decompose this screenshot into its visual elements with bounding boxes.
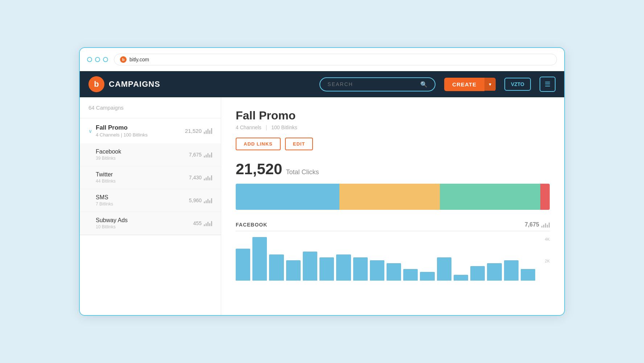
campaign-item-fall-promo: ∨ Fall Promo 4 Channels | 100 Bitlinks 2… — [80, 118, 221, 235]
chart-bar — [370, 260, 384, 281]
channel-info: Subway Ads 10 Bitlinks — [96, 217, 193, 229]
create-button[interactable]: CREATE — [444, 78, 484, 91]
channel-section-name: FACEBOOK — [236, 222, 267, 228]
bar-segment-sms — [440, 184, 540, 210]
facebook-section: FACEBOOK 7,675 4K — [236, 221, 550, 281]
channel-meta: 7 Bitlinks — [96, 201, 189, 207]
chart-y-axis: 4K 2K — [545, 237, 550, 281]
channel-meta: 44 Bitlinks — [96, 179, 189, 184]
search-icon: 🔍 — [420, 81, 428, 88]
browser-bar: b bitly.com — [80, 48, 564, 71]
chart-bar — [353, 257, 368, 281]
channel-stats: 7,430 — [189, 175, 212, 180]
chevron-down-icon: ∨ — [88, 128, 92, 134]
channel-meta: 39 Bitlinks — [96, 156, 189, 161]
app-logo: b — [88, 76, 104, 92]
detail-meta: 4 Channels | 100 Bitlinks — [236, 125, 550, 130]
bar-chart-icon — [204, 128, 212, 134]
bar-chart-icon — [204, 152, 212, 158]
search-bar[interactable]: 🔍 — [319, 77, 435, 91]
chart-bar — [387, 263, 401, 281]
app-header: b CAMPAIGNS 🔍 CREATE ▾ VZTO ☰ — [80, 71, 564, 97]
edit-button[interactable]: EDIT — [285, 138, 313, 150]
chart-bar — [319, 257, 334, 281]
browser-dots — [87, 57, 108, 62]
chart-bar — [336, 254, 351, 281]
campaign-name: Fall Promo — [96, 124, 185, 131]
chart-bar — [487, 263, 501, 281]
chart-bar — [286, 260, 301, 281]
click-number: 21,520 — [236, 160, 282, 178]
channel-item-facebook[interactable]: Facebook 39 Bitlinks 7,675 — [80, 143, 221, 166]
chart-bar — [269, 254, 284, 281]
main-content: 64 Campaigns ∨ Fall Promo 4 Channels | 1… — [80, 97, 564, 315]
chart-bar — [504, 260, 519, 281]
logo-area: b CAMPAIGNS — [88, 76, 160, 92]
channel-section-header: FACEBOOK 7,675 — [236, 221, 550, 231]
menu-button[interactable]: ☰ — [540, 77, 556, 92]
search-input[interactable] — [327, 81, 417, 87]
bar-segment-twitter — [339, 184, 440, 210]
campaign-meta: 4 Channels | 100 Bitlinks — [96, 132, 185, 138]
channel-stats: 455 — [193, 220, 212, 226]
channel-name: Twitter — [96, 171, 189, 178]
channel-info: Facebook 39 Bitlinks — [96, 148, 189, 161]
chart-bar — [303, 252, 317, 281]
create-button-group: CREATE ▾ — [444, 78, 496, 91]
channel-stats: 5,960 — [189, 197, 212, 203]
bar-chart-icon — [541, 222, 550, 228]
axis-label-2k: 2K — [545, 259, 550, 263]
detail-panel: Fall Promo 4 Channels | 100 Bitlinks ADD… — [221, 97, 564, 315]
channel-item-twitter[interactable]: Twitter 44 Bitlinks 7,430 — [80, 166, 221, 189]
chart-bar — [521, 269, 535, 281]
channel-meta: 10 Bitlinks — [96, 224, 193, 229]
chart-bar — [437, 257, 451, 281]
bar-chart-icon — [204, 197, 212, 203]
stacked-bar-chart — [236, 184, 550, 210]
bar-chart-icon — [204, 220, 212, 226]
bar-chart-icon — [204, 175, 212, 180]
sidebar: 64 Campaigns ∨ Fall Promo 4 Channels | 1… — [80, 97, 221, 315]
channel-name: Subway Ads — [96, 217, 193, 224]
channel-name: Facebook — [96, 148, 189, 155]
user-button[interactable]: VZTO — [504, 78, 531, 91]
create-dropdown-button[interactable]: ▾ — [484, 78, 496, 91]
campaign-stats: 21,520 — [185, 128, 212, 134]
browser-url: bitly.com — [129, 57, 149, 62]
action-buttons: ADD LINKS EDIT — [236, 138, 550, 150]
axis-label-4k: 4K — [545, 237, 550, 241]
chart-bar — [403, 269, 418, 281]
bar-segment-facebook — [236, 184, 339, 210]
total-clicks: 21,520 Total Clicks — [236, 160, 550, 178]
browser-dot-3[interactable] — [103, 57, 108, 62]
channel-item-subway-ads[interactable]: Subway Ads 10 Bitlinks 455 — [80, 212, 221, 235]
chart-bar — [420, 272, 434, 281]
browser-dot-1[interactable] — [87, 57, 92, 62]
click-label: Total Clicks — [286, 168, 319, 176]
browser-dot-2[interactable] — [95, 57, 100, 62]
campaign-info: Fall Promo 4 Channels | 100 Bitlinks — [96, 124, 185, 138]
add-links-button[interactable]: ADD LINKS — [236, 138, 281, 150]
chart-bar — [236, 249, 250, 281]
browser-window: b bitly.com b CAMPAIGNS 🔍 CREATE ▾ VZTO … — [79, 47, 565, 316]
campaign-row[interactable]: ∨ Fall Promo 4 Channels | 100 Bitlinks 2… — [80, 118, 221, 143]
channel-section-count: 7,675 — [525, 221, 550, 228]
app-title: CAMPAIGNS — [109, 79, 160, 89]
chart-bar — [454, 275, 468, 281]
bar-segment-subway — [540, 184, 550, 210]
channel-name: SMS — [96, 194, 189, 201]
browser-favicon: b — [120, 56, 127, 63]
facebook-bar-chart: 4K 2K — [236, 237, 550, 281]
channel-info: Twitter 44 Bitlinks — [96, 171, 189, 184]
chart-bar — [252, 237, 267, 281]
browser-url-bar[interactable]: b bitly.com — [114, 54, 557, 65]
channel-item-sms[interactable]: SMS 7 Bitlinks 5,960 — [80, 189, 221, 212]
campaigns-count: 64 Campaigns — [80, 97, 221, 118]
chart-bar — [470, 266, 485, 281]
channel-info: SMS 7 Bitlinks — [96, 194, 189, 207]
channel-stats: 7,675 — [189, 152, 212, 158]
detail-title: Fall Promo — [236, 109, 550, 122]
